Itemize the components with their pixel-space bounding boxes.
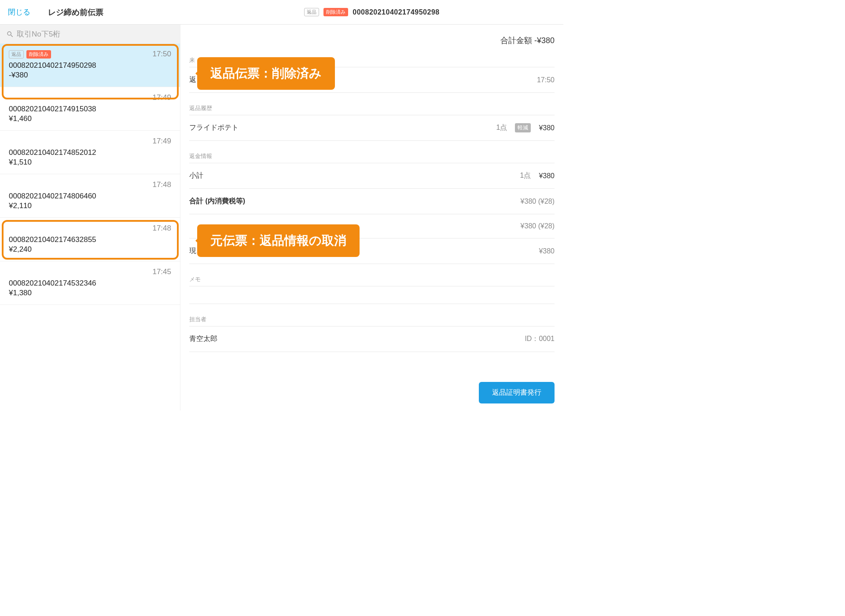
transaction-id: 000820210402174532346: [9, 279, 171, 288]
page-title: レジ締め前伝票: [48, 7, 103, 18]
staff-row: 青空太郎 ID：0001: [189, 326, 555, 352]
transaction-time: 17:49: [152, 137, 171, 146]
return-badge: 返品: [304, 8, 319, 16]
transaction-item[interactable]: 17:49000820210402174915038¥1,460: [0, 87, 180, 131]
search-placeholder: 取引No下5桁: [17, 29, 60, 39]
transaction-item[interactable]: 返品削除済み17:50000820210402174950298-¥380: [0, 44, 180, 87]
transaction-id: 000820210402174915038: [9, 105, 171, 114]
memo-label: メモ: [189, 273, 555, 286]
transaction-id: 000820210402174632855: [9, 235, 171, 244]
transaction-id: 000820210402174806460: [9, 192, 171, 201]
return-badge: 返品: [9, 50, 24, 59]
return-history-label: 返品履歴: [189, 102, 555, 115]
staff-label: 担当者: [189, 313, 555, 326]
transaction-amount: -¥380: [9, 71, 171, 80]
transaction-item[interactable]: 17:45000820210402174532346¥1,380: [0, 261, 180, 305]
transaction-list: 返品削除済み17:50000820210402174950298-¥38017:…: [0, 44, 180, 411]
callout-original-cancel: 元伝票：返品情報の取消: [197, 224, 360, 257]
refund-info-label: 返金情報: [189, 150, 555, 163]
memo-field[interactable]: [189, 286, 555, 304]
sidebar: 取引No下5桁 返品削除済み17:50000820210402174950298…: [0, 25, 180, 411]
topbar: 閉じる レジ締め前伝票 返品 削除済み 00082021040217495029…: [0, 0, 563, 25]
callout-return-deleted: 返品伝票：削除済み: [197, 57, 335, 90]
tax-reduced-badge: 軽減: [515, 123, 531, 132]
transaction-time: 17:48: [152, 180, 171, 189]
transaction-amount: ¥1,510: [9, 158, 171, 167]
deleted-badge: 削除済み: [26, 50, 51, 59]
transaction-time: 17:49: [152, 93, 171, 102]
transaction-amount: ¥1,380: [9, 289, 171, 297]
close-button[interactable]: 閉じる: [8, 7, 30, 17]
search-icon: [6, 30, 14, 38]
subtotal-row: 小計 1点¥380: [189, 163, 555, 189]
issue-return-cert-button[interactable]: 返品証明書発行: [479, 382, 555, 403]
deleted-badge: 削除済み: [323, 8, 348, 16]
transaction-id: 000820210402174950298: [9, 61, 171, 70]
total-row: 合計金額 -¥380: [189, 25, 555, 54]
header-transaction-id: 000820210402174950298: [353, 8, 439, 16]
transaction-amount: ¥1,460: [9, 114, 171, 123]
transaction-item[interactable]: 17:49000820210402174852012¥1,510: [0, 131, 180, 174]
transaction-amount: ¥2,110: [9, 202, 171, 210]
transaction-time: 17:45: [152, 268, 171, 276]
transaction-item[interactable]: 17:48000820210402174806460¥2,110: [0, 174, 180, 218]
transaction-amount: ¥2,240: [9, 245, 171, 254]
transaction-time: 17:48: [152, 224, 171, 233]
grand-total-row: 合計 (内消費税等) ¥380 (¥28): [189, 189, 555, 214]
transaction-id: 000820210402174852012: [9, 148, 171, 157]
transaction-time: 17:50: [152, 50, 171, 59]
search-input[interactable]: 取引No下5桁: [0, 25, 180, 44]
item-row: フライドポテト 1点 軽減 ¥380: [189, 115, 555, 141]
transaction-item[interactable]: 17:48000820210402174632855¥2,240: [0, 218, 180, 261]
